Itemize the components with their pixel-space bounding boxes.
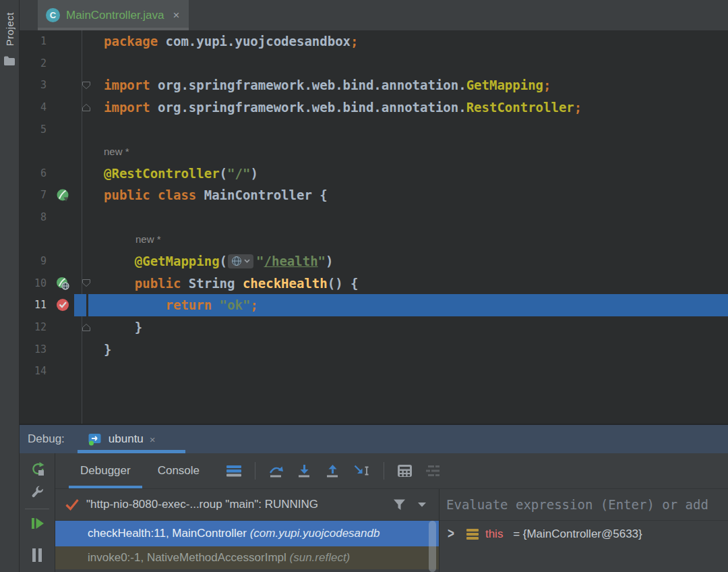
code-text[interactable]	[86, 206, 728, 229]
gutter-icon-cell[interactable]	[51, 316, 74, 339]
fold-strip[interactable]	[74, 273, 86, 295]
gutter-icon-cell[interactable]	[51, 360, 74, 382]
code-text[interactable]: return "ok";	[86, 294, 728, 316]
line-number: 3	[20, 79, 51, 91]
expand-chevron-icon[interactable]: >	[448, 526, 454, 543]
gutter-icon-cell[interactable]	[51, 250, 74, 273]
fold-strip[interactable]	[74, 316, 86, 339]
fold-strip[interactable]	[74, 53, 86, 75]
gutter-icon-cell[interactable]	[51, 163, 74, 185]
toolbar-separator	[384, 462, 384, 480]
gutter-icon-cell[interactable]	[51, 140, 74, 163]
frame-package: (sun.reflect)	[290, 551, 351, 565]
fold-strip[interactable]	[74, 206, 86, 229]
step-over-icon[interactable]	[268, 464, 284, 478]
evaluate-expression-icon[interactable]	[397, 464, 413, 478]
vcs-inlay-hint: new *	[104, 146, 129, 157]
fold-strip[interactable]	[74, 74, 86, 96]
stack-frame-row[interactable]: checkHealth:11, MainController (com.yupi…	[55, 521, 439, 546]
tab-console[interactable]: Console	[146, 453, 211, 488]
thread-dropdown-chevron-icon[interactable]	[417, 502, 427, 508]
step-into-icon[interactable]	[297, 464, 313, 478]
fold-strip[interactable]	[74, 294, 86, 316]
tab-debugger[interactable]: Debugger	[69, 453, 142, 488]
code-line: 2	[20, 53, 728, 75]
spring-boot-run-icon[interactable]	[56, 188, 69, 202]
project-tool-button[interactable]: Project	[4, 12, 16, 46]
gutter-icon-cell[interactable]	[51, 206, 74, 229]
settings-wrench-button[interactable]	[30, 484, 44, 499]
gutter-icon-cell[interactable]	[51, 53, 74, 75]
fold-strip[interactable]	[74, 30, 86, 53]
thread-checkmark-icon	[65, 498, 80, 511]
gutter-icon-cell[interactable]	[51, 30, 74, 53]
code-text[interactable]: }	[86, 338, 728, 360]
fold-strip[interactable]	[74, 338, 86, 360]
fold-strip[interactable]	[74, 140, 86, 163]
fold-region-start-icon[interactable]	[82, 81, 91, 90]
close-icon[interactable]: ×	[150, 434, 156, 445]
frames-view-icon[interactable]	[226, 465, 242, 477]
rerun-button[interactable]	[30, 461, 44, 476]
token-pl: () {	[328, 276, 359, 291]
ide-window: Project C MainController.java × 1package…	[0, 0, 728, 572]
gutter-icon-cell[interactable]	[51, 118, 74, 140]
code-text[interactable]	[86, 53, 728, 75]
code-text[interactable]: new *	[86, 228, 728, 250]
token-pl: org.springframework.web.bind.annotation.	[158, 78, 466, 92]
code-text[interactable]: import org.springframework.web.bind.anno…	[86, 96, 728, 119]
fold-region-end-icon[interactable]	[82, 323, 91, 332]
gutter-icon-cell[interactable]	[51, 294, 74, 316]
fold-strip[interactable]	[74, 163, 86, 185]
code-text[interactable]: package com.yupi.yuojcodesandbox;	[86, 30, 728, 53]
close-icon[interactable]: ×	[173, 9, 180, 22]
url-inlay-chip[interactable]	[228, 254, 253, 268]
code-text[interactable]: @RestController("/")	[86, 163, 728, 185]
frames-scrollbar[interactable]	[429, 521, 436, 572]
variable-row[interactable]: >this = {MainController@5633}	[439, 521, 728, 548]
line-number: 12	[20, 321, 51, 333]
fold-strip[interactable]	[74, 118, 86, 140]
editor-tab-maincontroller[interactable]: C MainController.java ×	[38, 0, 189, 30]
thread-selector[interactable]: "http-nio-8080-exec-...roup "main": RUNN…	[55, 489, 439, 521]
token-kw: ;	[543, 78, 551, 92]
fold-strip[interactable]	[74, 360, 86, 382]
code-text[interactable]: public class MainController {	[86, 184, 728, 206]
gutter-icon-cell[interactable]	[51, 228, 74, 250]
session-tab-ubuntu[interactable]: ubuntu ×	[88, 425, 156, 453]
fold-region-start-icon[interactable]	[82, 279, 91, 287]
gutter-icon-cell[interactable]	[51, 96, 74, 119]
code-line: 14	[20, 360, 728, 382]
run-to-cursor-icon[interactable]	[353, 464, 371, 478]
fold-strip[interactable]	[74, 96, 86, 119]
filter-funnel-icon[interactable]	[392, 498, 406, 511]
remote-debug-icon	[88, 432, 102, 446]
fold-strip[interactable]	[74, 228, 86, 250]
code-text[interactable]: import org.springframework.web.bind.anno…	[86, 74, 728, 96]
code-text[interactable]: new *	[86, 140, 728, 163]
stack-frame-row[interactable]: invoke0:-1, NativeMethodAccessorImpl (su…	[55, 546, 439, 569]
fold-strip[interactable]	[74, 250, 86, 273]
code-editor[interactable]: 1package com.yupi.yuojcodesandbox;23impo…	[20, 30, 728, 424]
code-text[interactable]: @GetMapping("/health")	[86, 250, 728, 273]
pause-button[interactable]	[31, 548, 43, 562]
fold-strip[interactable]	[74, 184, 86, 206]
line-number: 5	[20, 123, 51, 136]
gutter-icon-cell[interactable]	[51, 273, 74, 295]
code-text[interactable]: }	[86, 316, 728, 339]
gutter-icon-cell[interactable]	[51, 74, 74, 96]
fold-region-end-icon[interactable]	[82, 103, 91, 112]
code-line: 1package com.yupi.yuojcodesandbox;	[20, 30, 728, 53]
code-text[interactable]	[86, 360, 728, 382]
step-out-icon[interactable]	[325, 464, 341, 478]
gutter-icon-cell[interactable]	[51, 184, 74, 206]
resume-button[interactable]	[30, 516, 44, 531]
spring-request-mapping-icon[interactable]	[56, 277, 69, 290]
gutter-icon-cell[interactable]	[51, 338, 74, 360]
code-text[interactable]: public String checkHealth() {	[86, 273, 728, 295]
code-text[interactable]	[86, 118, 728, 140]
breakpoint-verified-icon[interactable]	[56, 298, 69, 312]
evaluate-expression-input[interactable]: Evaluate expression (Enter) or add	[439, 489, 728, 521]
mute-breakpoints-icon[interactable]	[425, 465, 441, 477]
token-kw: ;	[351, 34, 358, 49]
